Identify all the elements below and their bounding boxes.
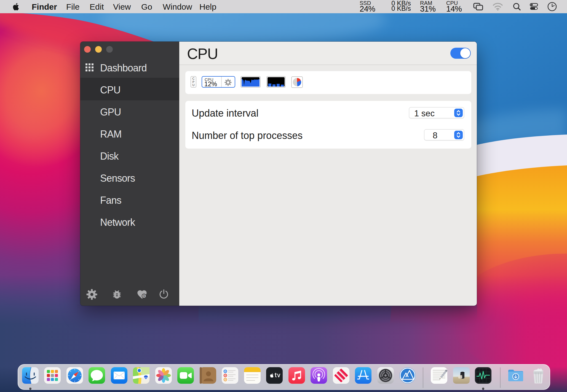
- svg-text:$: $: [143, 294, 145, 297]
- svg-text:280: 280: [144, 377, 148, 379]
